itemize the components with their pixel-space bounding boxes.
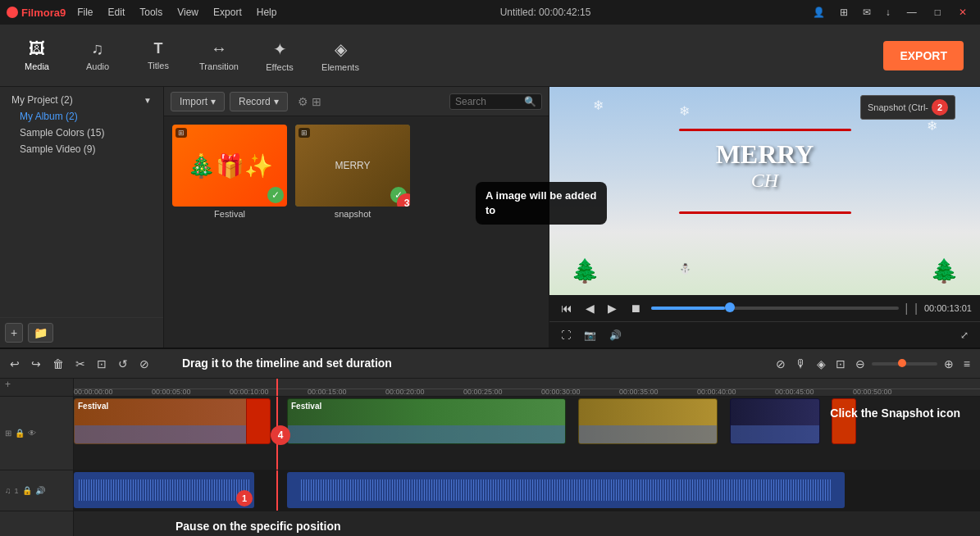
- user-icon[interactable]: 👤: [808, 5, 830, 20]
- clip-2-audio-wave: [288, 425, 565, 443]
- tl-zoom-out-button[interactable]: ⊖: [852, 356, 868, 372]
- step-back-button[interactable]: ◀: [582, 300, 598, 316]
- add-folder-button[interactable]: 📁: [28, 323, 53, 343]
- ruler-playhead: [276, 379, 278, 397]
- menu-export[interactable]: Export: [207, 5, 248, 20]
- export-button[interactable]: EXPORT: [883, 41, 964, 70]
- start-mark: |: [914, 302, 918, 315]
- toolbar-titles[interactable]: T Titles: [130, 31, 187, 80]
- track-labels: + ⊞ 🔒 👁 ♫ 1 🔒 🔊: [0, 379, 74, 536]
- end-mark: |: [905, 302, 909, 315]
- preview-sub-controls: ⛶ 📷 🔊 ⤢: [549, 321, 980, 347]
- track-a1-vol-icon[interactable]: 🔊: [35, 486, 45, 495]
- media-item-festival: 🎄🎁✨ ⊞ ✓ Festival: [172, 125, 287, 219]
- menu-edit[interactable]: Edit: [102, 5, 132, 20]
- clip-festival-4[interactable]: [730, 398, 820, 444]
- record-button[interactable]: Record ▾: [230, 92, 288, 111]
- tree-sample-colors[interactable]: Sample Colors (15): [7, 125, 157, 141]
- stop-button[interactable]: ⏹: [627, 300, 645, 316]
- tl-undo-button[interactable]: ↩: [7, 356, 23, 372]
- timeline-toolbar: ↩ ↪ 🗑 ✂ ⊡ ↺ ⊘ Drag it to the timeline an…: [0, 349, 980, 379]
- toolbar-transition[interactable]: ↔ Transition: [190, 31, 248, 80]
- clip-festival-1[interactable]: Festival: [74, 398, 254, 444]
- mail-icon[interactable]: ✉: [858, 5, 876, 20]
- snapshot-annotation: Snapshot (Ctrl- 2: [860, 95, 955, 120]
- media-label: Media: [25, 61, 49, 71]
- toolbar-media[interactable]: 🖼 Media: [8, 31, 66, 80]
- track-v1-lock-icon[interactable]: 🔒: [15, 429, 25, 438]
- toolbar-audio[interactable]: ♫ Audio: [69, 31, 126, 80]
- title-bar-controls: 👤 ⊞ ✉ ↓ — □ ✕: [808, 5, 973, 20]
- tl-detach-button[interactable]: ⊘: [773, 356, 789, 372]
- tree-sample-video[interactable]: Sample Video (9): [7, 141, 157, 157]
- preview-controls: ⏮ ◀ ▶ ⏹ | | 00:00:13:01: [549, 295, 980, 321]
- menu-view[interactable]: View: [171, 5, 205, 20]
- media-thumb-festival[interactable]: 🎄🎁✨ ⊞ ✓: [172, 125, 287, 207]
- snowman: ⛄: [679, 263, 691, 275]
- clip-festival-3[interactable]: [578, 398, 718, 444]
- menu-tools[interactable]: Tools: [133, 5, 169, 20]
- tl-motion-button[interactable]: ◈: [814, 356, 829, 372]
- add-track-icon[interactable]: +: [0, 379, 16, 393]
- grid-view-icon[interactable]: ⊞: [312, 95, 321, 108]
- toolbar-effects[interactable]: ✦ Effects: [251, 31, 308, 80]
- ruler-10: 00:00:10:00: [230, 388, 269, 396]
- media-toolbar: Import ▾ Record ▾ ⚙ ⊞ 🔍: [164, 87, 549, 116]
- tl-zoom-in-button[interactable]: ⊕: [941, 356, 957, 372]
- media-thumb-snapshot[interactable]: MERRY ⊞ ✓ 3: [295, 125, 410, 207]
- progress-handle[interactable]: [725, 302, 735, 312]
- download-icon[interactable]: ↓: [881, 5, 896, 20]
- add-media-button[interactable]: +: [5, 323, 23, 343]
- tl-pip-button[interactable]: ⊡: [832, 356, 849, 372]
- close-button[interactable]: ✕: [952, 7, 973, 18]
- time-display: 00:00:13:01: [924, 303, 972, 313]
- track-v1-grid-icon: ⊞: [5, 429, 11, 438]
- snapshot-button[interactable]: 📷: [581, 328, 599, 343]
- progress-bar[interactable]: [651, 307, 899, 310]
- clip-festival-2[interactable]: Festival: [287, 398, 566, 444]
- layout-icon[interactable]: ⊞: [835, 5, 853, 20]
- ruler-35: 00:00:35:00: [619, 388, 659, 396]
- ruler-15: 00:00:15:00: [308, 388, 347, 396]
- fullscreen-button[interactable]: ⛶: [558, 328, 574, 343]
- fullscreen2-button[interactable]: ⤢: [957, 328, 972, 343]
- decorative-line-top: [679, 129, 851, 131]
- search-input[interactable]: [455, 96, 521, 107]
- video-track-label: ⊞ 🔒 👁: [0, 397, 73, 470]
- audio-clip-1[interactable]: 1: [74, 472, 254, 508]
- track-v1-controls: ⊞ 🔒 👁: [5, 429, 68, 438]
- snapshot-label: snapshot: [335, 209, 371, 219]
- tree-my-album[interactable]: My Album (2): [7, 108, 157, 125]
- maximize-button[interactable]: □: [928, 7, 947, 18]
- project-root[interactable]: My Project (2) ▼: [7, 92, 157, 108]
- audio-track-label: ♫ 1 🔒 🔊: [0, 470, 73, 511]
- tl-crop-button[interactable]: ⊡: [93, 356, 110, 372]
- minimize-button[interactable]: —: [900, 7, 923, 18]
- audio-clip-2[interactable]: [287, 472, 845, 508]
- search-bar: 🔍: [449, 93, 542, 110]
- volume-button[interactable]: 🔊: [606, 328, 625, 343]
- tree-left: 🌲: [571, 257, 599, 284]
- tl-split-button[interactable]: ⊘: [136, 356, 153, 372]
- tl-delete-button[interactable]: 🗑: [49, 356, 67, 372]
- toolbar-elements[interactable]: ◈ Elements: [312, 31, 369, 80]
- snapshot-tooltip-text: Snapshot (Ctrl-: [868, 102, 928, 112]
- tl-redo-button[interactable]: ↪: [28, 356, 44, 372]
- preview-overlay-text: MERRY CH: [716, 139, 814, 192]
- preview-panel: ❄ ❄ ❄ ❄ MERRY CH ⛄: [549, 87, 980, 347]
- menu-file[interactable]: File: [71, 5, 99, 20]
- track-a1-lock-icon[interactable]: 🔒: [22, 486, 32, 495]
- tl-settings-button[interactable]: ≡: [960, 356, 973, 372]
- rewind-button[interactable]: ⏮: [558, 300, 576, 316]
- menu-help[interactable]: Help: [250, 5, 284, 20]
- annotation-2: 2: [932, 99, 948, 116]
- snowflake-2: ❄: [679, 103, 690, 119]
- tl-cut-button[interactable]: ✂: [72, 356, 89, 372]
- play-button[interactable]: ▶: [604, 300, 620, 316]
- track-v1-eye-icon[interactable]: 👁: [28, 429, 36, 438]
- tl-rotate-button[interactable]: ↺: [115, 356, 131, 372]
- search-icon[interactable]: 🔍: [524, 96, 536, 107]
- filter-icon[interactable]: ⚙: [298, 95, 308, 108]
- tl-audio-button[interactable]: 🎙: [792, 356, 810, 372]
- import-button[interactable]: Import ▾: [171, 92, 225, 111]
